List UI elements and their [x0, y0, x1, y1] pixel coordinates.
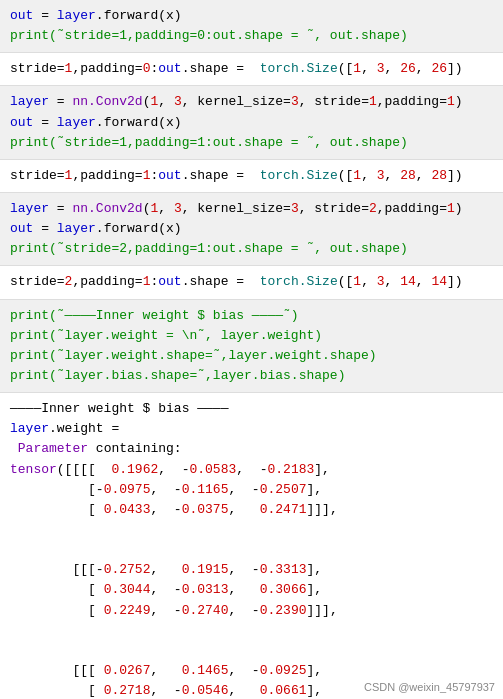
code-line: [ 0.0433, -0.0375, 0.2471]]], [10, 500, 493, 520]
code-line: stride=2,padding=1:out.shape = torch.Siz… [10, 272, 493, 292]
code-line: print(˜stride=2,padding=1:out.shape = ˜,… [10, 239, 493, 259]
code-line: [ 0.3044, -0.0313, 0.3066], [10, 580, 493, 600]
code-line: [[[ 0.0267, 0.1465, -0.0925], [10, 661, 493, 681]
code-section: print(˜————Inner weight $ bias ————˜)pri… [0, 300, 503, 394]
code-line [10, 621, 493, 641]
app-container: out = layer.forward(x)print(˜stride=1,pa… [0, 0, 503, 699]
output-section: stride=1,padding=1:out.shape = torch.Siz… [0, 160, 503, 193]
code-line: out = layer.forward(x) [10, 113, 493, 133]
code-line: print(˜————Inner weight $ bias ————˜) [10, 306, 493, 326]
code-line: [-0.0975, -0.1165, -0.2507], [10, 480, 493, 500]
code-line: print(˜stride=1,padding=1:out.shape = ˜,… [10, 133, 493, 153]
code-line: print(˜stride=1,padding=0:out.shape = ˜,… [10, 26, 493, 46]
code-line [10, 641, 493, 661]
code-line: stride=1,padding=0:out.shape = torch.Siz… [10, 59, 493, 79]
code-line: ————Inner weight $ bias ———— [10, 399, 493, 419]
code-line: print(˜layer.bias.shape=˜,layer.bias.sha… [10, 366, 493, 386]
output-section: stride=1,padding=0:out.shape = torch.Siz… [0, 53, 503, 86]
code-line [10, 540, 493, 560]
output-section: stride=2,padding=1:out.shape = torch.Siz… [0, 266, 503, 299]
code-line: stride=1,padding=1:out.shape = torch.Siz… [10, 166, 493, 186]
code-section: out = layer.forward(x)print(˜stride=1,pa… [0, 0, 503, 53]
code-line: [ 0.2249, -0.2740, -0.2390]]], [10, 601, 493, 621]
code-section: layer = nn.Conv2d(1, 3, kernel_size=3, s… [0, 193, 503, 266]
code-line: print(˜layer.weight.shape=˜,layer.weight… [10, 346, 493, 366]
code-line: [[[-0.2752, 0.1915, -0.3313], [10, 560, 493, 580]
watermark: CSDN @weixin_45797937 [364, 681, 495, 693]
code-line: layer.weight = [10, 419, 493, 439]
code-line [10, 520, 493, 540]
code-line: layer = nn.Conv2d(1, 3, kernel_size=3, s… [10, 92, 493, 112]
code-line: Parameter containing: [10, 439, 493, 459]
code-section: layer = nn.Conv2d(1, 3, kernel_size=3, s… [0, 86, 503, 159]
code-line: tensor([[[[ 0.1962, -0.0583, -0.2183], [10, 460, 493, 480]
code-line: layer = nn.Conv2d(1, 3, kernel_size=3, s… [10, 199, 493, 219]
code-line: print(˜layer.weight = \n˜, layer.weight) [10, 326, 493, 346]
code-line: out = layer.forward(x) [10, 219, 493, 239]
code-line: out = layer.forward(x) [10, 6, 493, 26]
output-section: ————Inner weight $ bias ————layer.weight… [0, 393, 503, 699]
